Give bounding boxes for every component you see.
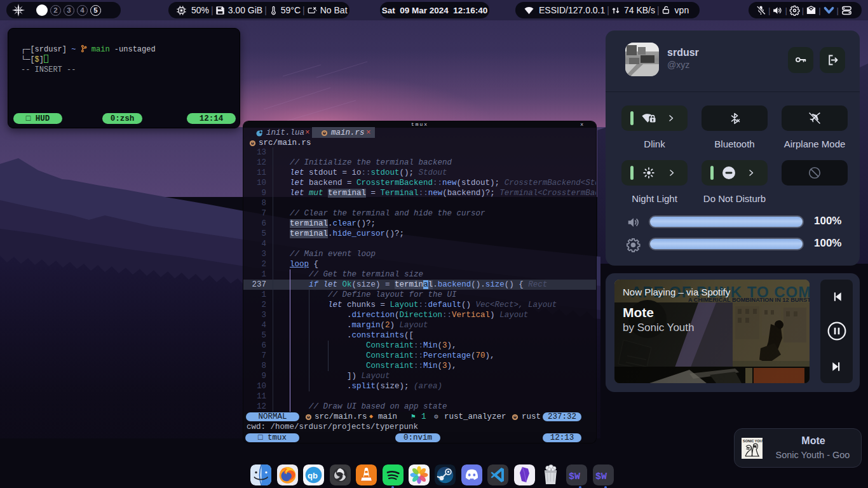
svg-text:SONIC YOUTH: SONIC YOUTH <box>743 439 763 443</box>
svg-text:qb: qb <box>308 471 318 480</box>
svg-text:$W: $W <box>569 471 580 482</box>
svg-text:$W: $W <box>595 471 607 482</box>
